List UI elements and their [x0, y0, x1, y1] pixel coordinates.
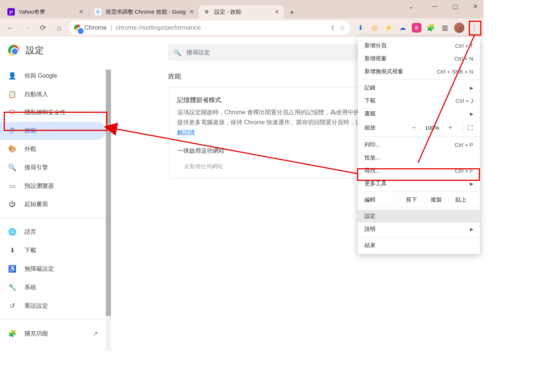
tab-close-icon[interactable]: ✕ [189, 9, 194, 15]
sidebar-item-search-engine[interactable]: 🔍搜尋引擎 [0, 158, 106, 177]
menu-new-window[interactable]: 新增視窗Ctrl + N [358, 52, 480, 65]
toolbar: ← → ⟳ ⌂ Chrome | chrome://settings/perfo… [0, 18, 484, 37]
sidebar-item-label: 自動填入 [24, 91, 48, 98]
menu-downloads[interactable]: 下載Ctrl + J [358, 94, 480, 107]
menu-label: 記錄 [364, 84, 376, 91]
home-button[interactable]: ⌂ [53, 21, 66, 34]
menu-history[interactable]: 記錄▶ [358, 81, 480, 94]
menu-shortcut: Ctrl + P [455, 142, 473, 148]
window-close-button[interactable]: ✕ [472, 3, 478, 10]
chevron-right-icon: ▶ [470, 181, 473, 186]
menu-exit[interactable]: 結束 [358, 239, 480, 252]
scrollbar-thumb[interactable] [106, 70, 111, 316]
window-maximize-button[interactable]: ▢ [452, 3, 458, 10]
reset-icon: ↺ [8, 302, 16, 310]
sidebar-item-label: 語言 [24, 228, 36, 236]
chrome-menu: 新增分頁Ctrl + T 新增視窗Ctrl + N 新增無痕式視窗Ctrl + … [358, 37, 480, 254]
sidebar-divider [0, 218, 111, 218]
learn-more-link[interactable]: 解詳情 [177, 129, 195, 135]
sidebar-item-autofill[interactable]: 📋自動填入 [0, 85, 106, 104]
menu-new-incognito[interactable]: 新增無痕式視窗Ctrl + Shift + N [358, 65, 480, 78]
search-placeholder: 搜尋設定 [186, 49, 210, 57]
menu-bookmarks[interactable]: 書籤▶ [358, 107, 480, 120]
sidebar-item-you-and-google[interactable]: 👤你與 Google [0, 67, 106, 85]
gear-icon: ⚙ [203, 8, 211, 16]
sidebar-item-label: 你與 Google [24, 72, 57, 80]
new-tab-button[interactable]: + [286, 7, 298, 18]
back-button[interactable]: ← [4, 21, 17, 34]
wrench-icon: 🔧 [8, 283, 16, 291]
menu-shortcut: Ctrl + J [455, 98, 473, 104]
sidebar-item-privacy[interactable]: 🛡隱私權和安全性 [0, 104, 106, 122]
download-icon: ⬇ [8, 246, 16, 254]
browser-icon: ▭ [8, 182, 16, 190]
menu-more-tools[interactable]: 更多工具▶ [358, 177, 480, 190]
chevron-right-icon: ▶ [470, 227, 473, 232]
extension-icon[interactable]: 改 [412, 23, 421, 33]
zoom-in-button[interactable]: + [445, 122, 455, 133]
address-url: chrome://settings/performance [116, 24, 201, 31]
sidebar-item-appearance[interactable]: 🎨外觀 [0, 140, 106, 158]
tab-yahoo[interactable]: y! Yahoo奇摩 ✕ [3, 5, 88, 18]
menu-cut[interactable]: 剪下 [399, 196, 424, 203]
bookmark-star-icon[interactable]: ☆ [340, 24, 345, 32]
menu-cast[interactable]: 投放... [358, 151, 480, 164]
sidebar-item-system[interactable]: 🔧系統 [0, 278, 106, 297]
sidebar-item-label: 隱私權和安全性 [24, 109, 66, 116]
window-minimize-button[interactable]: — [432, 3, 438, 10]
menu-settings[interactable]: 設定 [358, 210, 480, 223]
tab-close-icon[interactable]: ✕ [275, 9, 279, 15]
sidebar-divider [0, 320, 111, 320]
favicon-yahoo: y! [7, 8, 15, 16]
sidebar-item-downloads[interactable]: ⬇下載 [0, 241, 106, 260]
extensions-row: ⬇ ◎ ⚡ ☁ 改 🧩 ▥ ⋮ [353, 21, 480, 34]
menu-label: 下載 [364, 97, 376, 104]
extensions-puzzle-icon[interactable]: 🧩 [426, 23, 435, 33]
menu-paste[interactable]: 貼上 [448, 196, 473, 203]
zoom-out-button[interactable]: − [409, 122, 419, 133]
chrome-menu-button[interactable]: ⋮ [469, 21, 480, 34]
menu-help[interactable]: 說明▶ [358, 223, 480, 236]
menu-separator [358, 192, 480, 192]
tab-title: 視需求調整 Chrome 效能 - Goog [105, 9, 186, 16]
menu-shortcut: Ctrl + N [454, 55, 473, 62]
side-panel-icon[interactable]: ▥ [440, 23, 450, 33]
sidebar-item-on-startup[interactable]: ⏻起始畫面 [0, 195, 106, 213]
address-bar[interactable]: Chrome | chrome://settings/performance ⇪… [69, 21, 350, 35]
fullscreen-button[interactable]: ⛶ [463, 122, 473, 133]
extension-icon[interactable]: ⬇ [356, 23, 365, 33]
search-icon: 🔍 [8, 163, 16, 172]
tab-title: 設定 - 效能 [214, 9, 271, 16]
puzzle-icon: 🧩 [8, 330, 16, 338]
menu-label: 更多工具 [364, 180, 387, 187]
menu-find[interactable]: 尋找...Ctrl + F [358, 164, 480, 177]
tab-separator [89, 10, 89, 18]
sidebar-item-label: 效能 [24, 127, 36, 135]
globe-icon: 🌐 [8, 228, 16, 236]
window-dropdown-icon[interactable]: ⌄ [408, 3, 413, 10]
tab-close-icon[interactable]: ✕ [79, 9, 84, 15]
sidebar-item-label: 下載 [24, 247, 36, 254]
tab-title: Yahoo奇摩 [18, 9, 75, 16]
menu-separator [358, 80, 480, 80]
menu-print[interactable]: 列印...Ctrl + P [358, 138, 480, 151]
settings-title: 設定 [26, 44, 44, 56]
tab-google-help[interactable]: G 視需求調整 Chrome 效能 - Goog ✕ [90, 5, 199, 18]
sidebar-item-default-browser[interactable]: ▭預設瀏覽器 [0, 177, 106, 195]
menu-label: 設定 [364, 213, 376, 220]
tab-settings[interactable]: ⚙ 設定 - 效能 ✕ [199, 5, 284, 18]
sidebar-item-performance[interactable]: ⏱效能 [0, 122, 106, 140]
sidebar-item-extensions[interactable]: 🧩擴充功能↗ [0, 324, 106, 343]
menu-new-tab[interactable]: 新增分頁Ctrl + T [358, 39, 480, 52]
profile-avatar[interactable] [454, 23, 464, 33]
extension-icon[interactable]: ◎ [370, 23, 379, 33]
extension-icon[interactable]: ☁ [398, 23, 407, 33]
sidebar-item-accessibility[interactable]: ♿無障礙設定 [0, 260, 106, 278]
reload-button[interactable]: ⟳ [36, 21, 50, 34]
extension-icon[interactable]: ⚡ [384, 23, 393, 33]
sidebar-item-reset[interactable]: ↺重設設定 [0, 297, 106, 315]
share-icon[interactable]: ⇪ [330, 24, 335, 32]
menu-label: 新增視窗 [364, 55, 387, 62]
menu-copy[interactable]: 複製 [424, 196, 448, 203]
sidebar-item-languages[interactable]: 🌐語言 [0, 223, 106, 241]
